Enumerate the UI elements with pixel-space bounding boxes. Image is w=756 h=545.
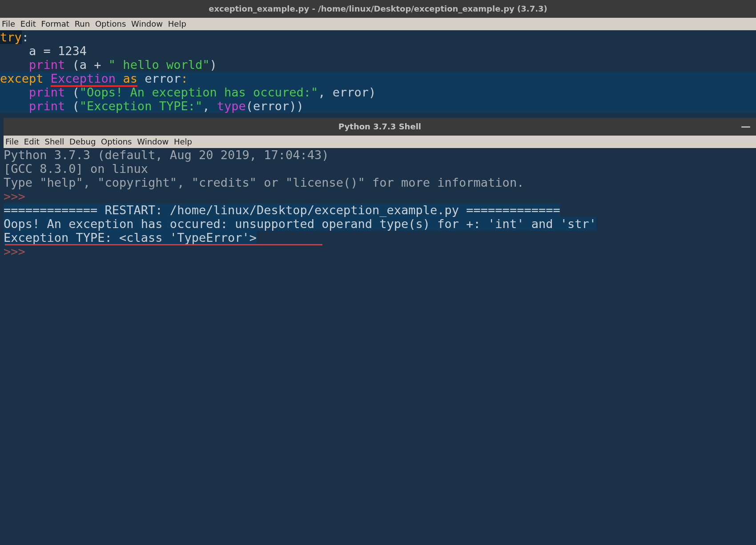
shell-restart-line-selected: ============= RESTART: /home/linux/Deskt…	[4, 203, 560, 217]
shell-menu-options[interactable]: Options	[101, 137, 132, 146]
shell-window-titlebar[interactable]: Python 3.7.3 Shell —	[4, 118, 756, 136]
shell-menu-debug[interactable]: Debug	[69, 137, 96, 146]
token-number: 1234	[58, 44, 87, 58]
token-type-builtin: type	[217, 99, 246, 113]
shell-window-title: Python 3.7.3 Shell	[338, 122, 421, 131]
code-line-5-selected: print ("Oops! An exception has occured:"…	[0, 85, 756, 99]
token-as-keyword: as	[123, 72, 137, 87]
shell-banner-line-3: Type "help", "copyright", "credits" or "…	[4, 176, 524, 189]
token-colon: :	[181, 72, 188, 85]
shell-prompt: >>>	[4, 189, 25, 203]
token-comma: ,	[202, 99, 217, 113]
code-line-1: try:	[0, 30, 756, 44]
token-colon: :	[22, 30, 29, 44]
shell-menu-window[interactable]: Window	[137, 137, 169, 146]
editor-window-titlebar[interactable]: exception_example.py - /home/linux/Deskt…	[0, 0, 756, 18]
token-space	[44, 72, 51, 85]
token-indent	[0, 44, 29, 58]
token-space	[137, 72, 145, 85]
token-identifier-error: error	[145, 72, 181, 85]
editor-menu-window[interactable]: Window	[131, 19, 163, 28]
shell-red-underline	[5, 244, 322, 245]
token-call-close: (error))	[246, 99, 304, 113]
code-line-4-selected: except Exception as error:	[0, 72, 756, 85]
token-indent	[0, 99, 29, 113]
code-line-2: a = 1234	[0, 44, 756, 58]
token-indent	[0, 85, 29, 99]
editor-menu-help[interactable]: Help	[168, 19, 186, 28]
shell-menu-help[interactable]: Help	[174, 137, 192, 146]
editor-menu-options[interactable]: Options	[95, 19, 126, 28]
token-string-exception-type: "Exception TYPE:"	[80, 99, 202, 113]
token-args-close: , error)	[318, 85, 376, 99]
code-line-3: print (a + " hello world")	[0, 58, 756, 72]
token-paren-close: )	[209, 58, 217, 72]
token-identifier-a: a	[29, 44, 44, 58]
token-paren-open: (a	[65, 58, 94, 72]
token-print-builtin: print	[29, 58, 65, 72]
token-plus: +	[94, 58, 109, 72]
token-paren-open: (	[65, 85, 80, 99]
token-except-keyword: except	[0, 72, 44, 85]
token-string-oops: "Oops! An exception has occured:"	[80, 85, 318, 99]
token-try-keyword: try	[0, 30, 22, 44]
token-space	[116, 72, 123, 87]
editor-menubar: File Edit Format Run Options Window Help	[0, 18, 756, 30]
code-line-6-selected: print ("Exception TYPE:", type(error))	[0, 99, 756, 113]
minimize-icon[interactable]: —	[741, 118, 751, 136]
editor-menu-edit[interactable]: Edit	[20, 19, 36, 28]
token-string-hello-world: " hello world"	[109, 58, 210, 72]
editor-menu-format[interactable]: Format	[41, 19, 69, 28]
shell-output-line-1-selected: Oops! An exception has occured: unsuppor…	[4, 217, 596, 231]
token-assign: =	[44, 44, 58, 58]
shell-banner-line-2: [GCC 8.3.0] on linux	[4, 162, 148, 176]
token-indent	[0, 58, 29, 72]
token-paren-open: (	[65, 99, 80, 113]
shell-menu-shell[interactable]: Shell	[44, 137, 64, 146]
shell-menu-edit[interactable]: Edit	[24, 137, 40, 146]
editor-menu-run[interactable]: Run	[75, 19, 90, 28]
editor-code-area[interactable]: try: a = 1234 print (a + " hello world")…	[0, 30, 756, 117]
token-print-builtin: print	[29, 85, 65, 99]
shell-menubar: File Edit Shell Debug Options Window Hel…	[4, 136, 756, 148]
token-exception-class: Exception	[51, 72, 116, 87]
shell-prompt: >>>	[4, 244, 25, 258]
editor-menu-file[interactable]: File	[2, 19, 15, 28]
shell-banner-line-1: Python 3.7.3 (default, Aug 20 2019, 17:0…	[4, 148, 336, 162]
token-print-builtin: print	[29, 99, 65, 113]
desktop-root: exception_example.py - /home/linux/Deskt…	[0, 0, 756, 545]
shell-window: Python 3.7.3 Shell — File Edit Shell Deb…	[4, 118, 756, 545]
shell-menu-file[interactable]: File	[5, 137, 19, 146]
shell-output-line-2-selected: Exception TYPE: <class 'TypeError'>	[4, 231, 257, 244]
shell-output-area[interactable]: Python 3.7.3 (default, Aug 20 2019, 17:0…	[4, 148, 756, 545]
